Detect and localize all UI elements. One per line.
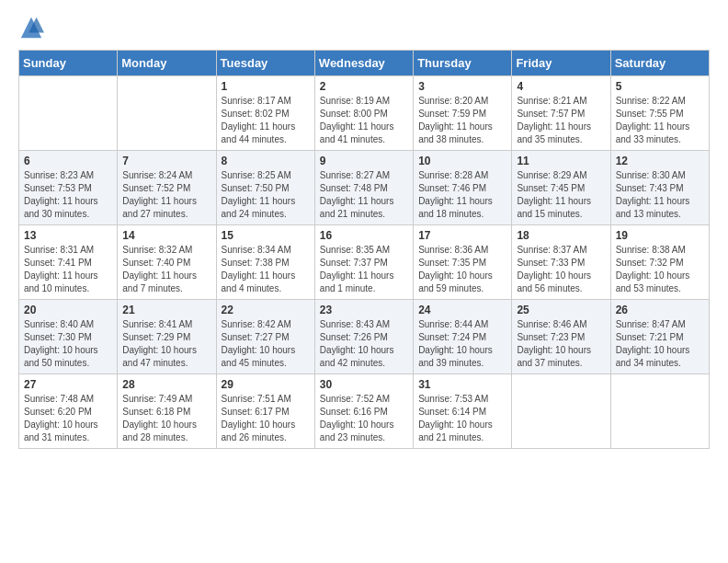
- week-row-3: 13Sunrise: 8:31 AM Sunset: 7:41 PM Dayli…: [19, 225, 710, 300]
- header: [18, 15, 710, 40]
- day-content: Sunrise: 8:21 AM Sunset: 7:57 PM Dayligh…: [517, 95, 605, 146]
- day-content: Sunrise: 8:46 AM Sunset: 7:23 PM Dayligh…: [517, 318, 605, 370]
- calendar-cell: 22Sunrise: 8:42 AM Sunset: 7:27 PM Dayli…: [216, 300, 314, 374]
- column-header-sunday: Sunday: [19, 51, 118, 76]
- calendar-cell: 25Sunrise: 8:46 AM Sunset: 7:23 PM Dayli…: [512, 300, 610, 374]
- day-number: 14: [122, 229, 210, 242]
- day-content: Sunrise: 8:20 AM Sunset: 7:59 PM Dayligh…: [418, 95, 506, 146]
- day-content: Sunrise: 8:47 AM Sunset: 7:21 PM Dayligh…: [616, 318, 704, 370]
- day-content: Sunrise: 8:19 AM Sunset: 8:00 PM Dayligh…: [320, 95, 408, 146]
- day-content: Sunrise: 8:17 AM Sunset: 8:02 PM Dayligh…: [222, 95, 310, 146]
- calendar-cell: 26Sunrise: 8:47 AM Sunset: 7:21 PM Dayli…: [610, 300, 709, 374]
- day-content: Sunrise: 7:49 AM Sunset: 6:18 PM Dayligh…: [122, 393, 210, 444]
- calendar-table: SundayMondayTuesdayWednesdayThursdayFrid…: [18, 50, 710, 449]
- day-content: Sunrise: 8:25 AM Sunset: 7:50 PM Dayligh…: [222, 169, 310, 221]
- day-number: 21: [122, 304, 210, 316]
- day-number: 1: [222, 80, 310, 93]
- day-content: Sunrise: 7:48 AM Sunset: 6:20 PM Dayligh…: [24, 393, 112, 444]
- calendar-cell: 11Sunrise: 8:29 AM Sunset: 7:45 PM Dayli…: [512, 151, 610, 225]
- column-header-friday: Friday: [512, 51, 610, 76]
- column-header-monday: Monday: [118, 51, 216, 76]
- day-number: 31: [418, 378, 506, 391]
- calendar-cell: 6Sunrise: 8:23 AM Sunset: 7:53 PM Daylig…: [19, 151, 118, 225]
- week-row-5: 27Sunrise: 7:48 AM Sunset: 6:20 PM Dayli…: [19, 374, 710, 449]
- day-number: 18: [517, 229, 605, 242]
- calendar-cell: [512, 374, 610, 449]
- calendar-cell: 27Sunrise: 7:48 AM Sunset: 6:20 PM Dayli…: [19, 374, 118, 449]
- calendar-cell: 23Sunrise: 8:43 AM Sunset: 7:26 PM Dayli…: [314, 300, 413, 374]
- day-number: 2: [320, 80, 408, 93]
- column-header-wednesday: Wednesday: [314, 51, 413, 76]
- day-content: Sunrise: 7:53 AM Sunset: 6:14 PM Dayligh…: [418, 393, 506, 444]
- calendar-cell: 14Sunrise: 8:32 AM Sunset: 7:40 PM Dayli…: [118, 225, 216, 300]
- day-number: 16: [320, 229, 408, 242]
- calendar-cell: 1Sunrise: 8:17 AM Sunset: 8:02 PM Daylig…: [216, 76, 314, 151]
- day-content: Sunrise: 8:38 AM Sunset: 7:32 PM Dayligh…: [616, 244, 704, 295]
- calendar-cell: 9Sunrise: 8:27 AM Sunset: 7:48 PM Daylig…: [314, 151, 413, 225]
- calendar-cell: 24Sunrise: 8:44 AM Sunset: 7:24 PM Dayli…: [414, 300, 512, 374]
- day-number: 17: [418, 229, 506, 242]
- day-content: Sunrise: 8:37 AM Sunset: 7:33 PM Dayligh…: [517, 244, 605, 295]
- calendar-cell: 20Sunrise: 8:40 AM Sunset: 7:30 PM Dayli…: [19, 300, 118, 374]
- day-content: Sunrise: 8:40 AM Sunset: 7:30 PM Dayligh…: [24, 318, 112, 370]
- day-content: Sunrise: 7:52 AM Sunset: 6:16 PM Dayligh…: [320, 393, 408, 444]
- day-number: 4: [517, 80, 605, 93]
- day-content: Sunrise: 8:28 AM Sunset: 7:46 PM Dayligh…: [418, 169, 506, 221]
- calendar-cell: [118, 76, 216, 151]
- day-content: Sunrise: 8:30 AM Sunset: 7:43 PM Dayligh…: [616, 169, 704, 221]
- day-content: Sunrise: 8:31 AM Sunset: 7:41 PM Dayligh…: [24, 244, 112, 295]
- day-content: Sunrise: 8:23 AM Sunset: 7:53 PM Dayligh…: [24, 169, 112, 221]
- column-header-tuesday: Tuesday: [216, 51, 314, 76]
- calendar-cell: 29Sunrise: 7:51 AM Sunset: 6:17 PM Dayli…: [216, 374, 314, 449]
- day-number: 11: [517, 155, 605, 167]
- day-content: Sunrise: 8:22 AM Sunset: 7:55 PM Dayligh…: [616, 95, 704, 146]
- day-number: 13: [24, 229, 112, 242]
- calendar-cell: 28Sunrise: 7:49 AM Sunset: 6:18 PM Dayli…: [118, 374, 216, 449]
- day-content: Sunrise: 8:24 AM Sunset: 7:52 PM Dayligh…: [122, 169, 210, 221]
- calendar-cell: 5Sunrise: 8:22 AM Sunset: 7:55 PM Daylig…: [610, 76, 709, 151]
- day-content: Sunrise: 8:35 AM Sunset: 7:37 PM Dayligh…: [320, 244, 408, 295]
- calendar-cell: 4Sunrise: 8:21 AM Sunset: 7:57 PM Daylig…: [512, 76, 610, 151]
- day-number: 3: [418, 80, 506, 93]
- day-number: 26: [616, 304, 704, 316]
- day-number: 12: [616, 155, 704, 167]
- week-row-4: 20Sunrise: 8:40 AM Sunset: 7:30 PM Dayli…: [19, 300, 710, 374]
- calendar-cell: 19Sunrise: 8:38 AM Sunset: 7:32 PM Dayli…: [610, 225, 709, 300]
- day-number: 25: [517, 304, 605, 316]
- column-header-saturday: Saturday: [610, 51, 709, 76]
- calendar-cell: 3Sunrise: 8:20 AM Sunset: 7:59 PM Daylig…: [414, 76, 512, 151]
- calendar-cell: 15Sunrise: 8:34 AM Sunset: 7:38 PM Dayli…: [216, 225, 314, 300]
- day-number: 5: [616, 80, 704, 93]
- day-content: Sunrise: 8:44 AM Sunset: 7:24 PM Dayligh…: [418, 318, 506, 370]
- day-content: Sunrise: 8:36 AM Sunset: 7:35 PM Dayligh…: [418, 244, 506, 295]
- calendar-cell: 2Sunrise: 8:19 AM Sunset: 8:00 PM Daylig…: [314, 76, 413, 151]
- calendar-cell: 13Sunrise: 8:31 AM Sunset: 7:41 PM Dayli…: [19, 225, 118, 300]
- logo-icon: [18, 15, 44, 40]
- day-number: 10: [418, 155, 506, 167]
- day-content: Sunrise: 8:32 AM Sunset: 7:40 PM Dayligh…: [122, 244, 210, 295]
- calendar-cell: 12Sunrise: 8:30 AM Sunset: 7:43 PM Dayli…: [610, 151, 709, 225]
- calendar-cell: [610, 374, 709, 449]
- calendar-cell: 16Sunrise: 8:35 AM Sunset: 7:37 PM Dayli…: [314, 225, 413, 300]
- week-row-2: 6Sunrise: 8:23 AM Sunset: 7:53 PM Daylig…: [19, 151, 710, 225]
- calendar-cell: 17Sunrise: 8:36 AM Sunset: 7:35 PM Dayli…: [414, 225, 512, 300]
- day-content: Sunrise: 8:43 AM Sunset: 7:26 PM Dayligh…: [320, 318, 408, 370]
- header-row: SundayMondayTuesdayWednesdayThursdayFrid…: [19, 51, 710, 76]
- day-number: 24: [418, 304, 506, 316]
- calendar-cell: 10Sunrise: 8:28 AM Sunset: 7:46 PM Dayli…: [414, 151, 512, 225]
- day-number: 28: [122, 378, 210, 391]
- calendar-cell: 7Sunrise: 8:24 AM Sunset: 7:52 PM Daylig…: [118, 151, 216, 225]
- day-number: 23: [320, 304, 408, 316]
- calendar-cell: 30Sunrise: 7:52 AM Sunset: 6:16 PM Dayli…: [314, 374, 413, 449]
- day-content: Sunrise: 8:34 AM Sunset: 7:38 PM Dayligh…: [222, 244, 310, 295]
- calendar-cell: [19, 76, 118, 151]
- day-number: 8: [222, 155, 310, 167]
- calendar-cell: 18Sunrise: 8:37 AM Sunset: 7:33 PM Dayli…: [512, 225, 610, 300]
- day-content: Sunrise: 8:41 AM Sunset: 7:29 PM Dayligh…: [122, 318, 210, 370]
- day-content: Sunrise: 7:51 AM Sunset: 6:17 PM Dayligh…: [222, 393, 310, 444]
- day-number: 6: [24, 155, 112, 167]
- day-number: 7: [122, 155, 210, 167]
- page: SundayMondayTuesdayWednesdayThursdayFrid…: [0, 0, 728, 464]
- calendar-header: SundayMondayTuesdayWednesdayThursdayFrid…: [19, 51, 710, 76]
- calendar-body: 1Sunrise: 8:17 AM Sunset: 8:02 PM Daylig…: [19, 76, 710, 449]
